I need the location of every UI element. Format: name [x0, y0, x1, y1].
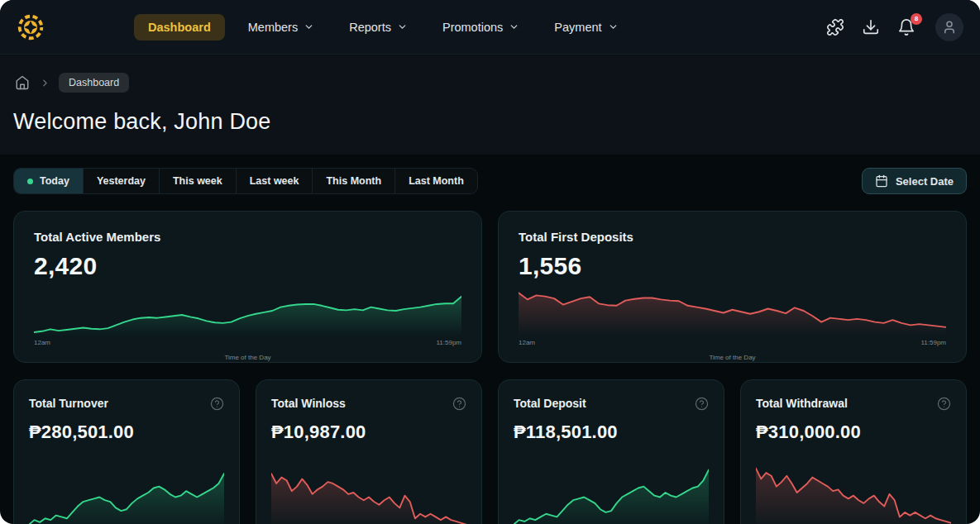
deposit-chart — [514, 455, 709, 524]
card-title: Total Deposit — [514, 397, 586, 410]
calendar-icon — [875, 174, 888, 188]
tab-today[interactable]: Today — [14, 169, 84, 193]
help-icon[interactable] — [452, 397, 466, 411]
chevron-down-icon — [304, 21, 314, 32]
chevron-down-icon — [509, 21, 519, 32]
top-navigation-bar: Dashboard Members Reports Promotions Pay… — [0, 0, 980, 55]
kpi-cards-row: Total Active Members 2,420 12am 11:59pm … — [13, 211, 967, 363]
card-total-winloss: Total Winloss ₱10,987.00 — [256, 379, 482, 524]
axis-title: Time of the Day — [709, 354, 755, 361]
turnover-chart — [29, 455, 224, 524]
tab-last-week[interactable]: Last week — [237, 169, 313, 193]
axis-title: Time of the Day — [224, 354, 270, 361]
notification-badge: 8 — [911, 13, 922, 25]
card-value: ₱280,501.00 — [29, 422, 224, 443]
card-title: Total Active Members — [34, 230, 461, 244]
card-value: ₱310,000.00 — [756, 422, 951, 443]
nav-item-label: Members — [248, 21, 298, 34]
card-title: Total Winloss — [271, 397, 346, 410]
tab-this-month[interactable]: This Month — [313, 169, 395, 193]
select-date-button[interactable]: Select Date — [862, 168, 967, 194]
nav-item-members[interactable]: Members — [237, 14, 326, 40]
stat-cards-row: Total Turnover ₱280,501.00 Total Winloss… — [13, 379, 967, 524]
select-date-label: Select Date — [896, 175, 954, 188]
chart-x-axis: 12am 11:59pm — [519, 339, 946, 346]
nav-item-label: Reports — [349, 21, 391, 34]
card-total-first-deposits: Total First Deposits 1,556 12am 11:59pm … — [498, 211, 967, 363]
axis-end-label: 11:59pm — [920, 339, 946, 346]
nav-menu: Dashboard Members Reports Promotions Pay… — [134, 14, 630, 40]
breadcrumb-current[interactable]: Dashboard — [59, 73, 129, 93]
help-icon[interactable] — [695, 397, 709, 411]
chevron-down-icon — [397, 21, 408, 32]
card-total-withdrawal: Total Withdrawal ₱310,000.00 — [740, 379, 967, 524]
tab-this-week[interactable]: This week — [160, 169, 237, 193]
nav-item-label: Payment — [554, 21, 601, 34]
winloss-chart — [271, 455, 466, 524]
card-value: ₱118,501.00 — [514, 422, 709, 443]
tab-label: Last week — [250, 175, 299, 187]
tab-last-month[interactable]: Last Month — [395, 169, 477, 193]
tab-label: This week — [173, 175, 222, 187]
help-icon[interactable] — [210, 397, 224, 411]
card-value: 1,556 — [519, 252, 946, 280]
card-total-active-members: Total Active Members 2,420 12am 11:59pm … — [13, 211, 482, 363]
download-icon — [862, 18, 880, 36]
card-title: Total First Deposits — [519, 230, 946, 244]
active-dot — [27, 179, 33, 184]
chart-x-axis: 12am 11:59pm — [34, 339, 461, 346]
active-members-chart — [34, 285, 461, 336]
filter-row: Today Yesterday This week Last week This… — [13, 168, 967, 194]
card-value: ₱10,987.00 — [271, 422, 466, 443]
card-title: Total Withdrawal — [756, 397, 848, 410]
card-total-deposit: Total Deposit ₱118,501.00 — [498, 379, 724, 524]
download-button[interactable] — [861, 17, 881, 37]
breadcrumb: Dashboard — [13, 73, 967, 93]
nav-item-label: Promotions — [442, 21, 503, 34]
card-title: Total Turnover — [29, 397, 108, 410]
page-title: Welcome back, John Doe — [13, 109, 967, 135]
tab-label: Today — [40, 175, 69, 187]
axis-end-label: 11:59pm — [436, 339, 461, 346]
page-header: Dashboard Welcome back, John Doe — [0, 55, 980, 155]
axis-start-label: 12am — [34, 339, 50, 346]
user-icon — [942, 20, 957, 35]
date-range-tabs: Today Yesterday This week Last week This… — [13, 168, 478, 194]
puzzle-icon — [826, 18, 844, 36]
card-total-turnover: Total Turnover ₱280,501.00 — [13, 379, 240, 524]
tab-label: Last Month — [409, 175, 464, 187]
notifications-button[interactable]: 8 — [896, 17, 916, 37]
nav-item-label: Dashboard — [148, 21, 211, 34]
first-deposits-chart — [519, 285, 946, 336]
extensions-button[interactable] — [825, 17, 845, 37]
nav-actions: 8 — [825, 13, 963, 41]
breadcrumb-home[interactable] — [13, 74, 31, 92]
chevron-right-icon — [40, 78, 50, 88]
tab-yesterday[interactable]: Yesterday — [84, 169, 160, 193]
help-icon[interactable] — [937, 397, 951, 411]
tab-label: Yesterday — [97, 175, 146, 187]
brand-logo-icon[interactable] — [17, 13, 45, 41]
app-window: Dashboard Members Reports Promotions Pay… — [0, 0, 980, 524]
chevron-down-icon — [608, 21, 619, 32]
tab-label: This Month — [326, 175, 381, 187]
main-content: Today Yesterday This week Last week This… — [0, 168, 980, 524]
withdrawal-chart — [756, 455, 951, 524]
nav-item-payment[interactable]: Payment — [543, 14, 629, 40]
axis-start-label: 12am — [519, 339, 535, 346]
card-value: 2,420 — [34, 252, 461, 280]
nav-item-promotions[interactable]: Promotions — [431, 14, 531, 40]
user-avatar[interactable] — [935, 13, 963, 41]
nav-item-dashboard[interactable]: Dashboard — [134, 14, 225, 40]
nav-item-reports[interactable]: Reports — [337, 14, 419, 40]
home-icon — [15, 75, 30, 90]
